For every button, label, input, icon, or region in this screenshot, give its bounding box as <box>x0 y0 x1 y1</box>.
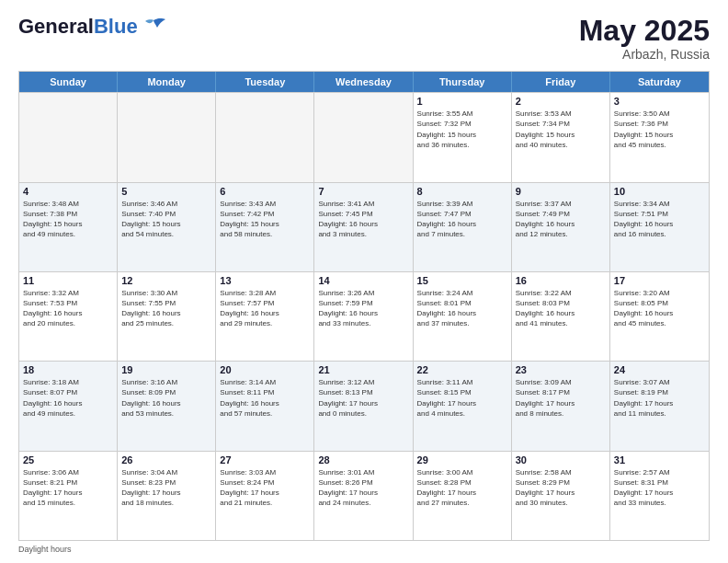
day-info: Sunrise: 3:46 AM Sunset: 7:40 PM Dayligh… <box>121 199 211 240</box>
cal-cell-day-17: 17Sunrise: 3:20 AM Sunset: 8:05 PM Dayli… <box>610 272 709 361</box>
cal-cell-day-9: 9Sunrise: 3:37 AM Sunset: 7:49 PM Daylig… <box>512 183 610 271</box>
day-number: 30 <box>516 454 606 465</box>
cal-cell-day-28: 28Sunrise: 3:01 AM Sunset: 8:26 PM Dayli… <box>314 452 413 540</box>
day-info: Sunrise: 3:39 AM Sunset: 7:47 PM Dayligh… <box>417 199 507 240</box>
cal-cell-empty <box>19 93 118 181</box>
day-number: 31 <box>614 454 705 465</box>
cal-cell-day-2: 2Sunrise: 3:53 AM Sunset: 7:34 PM Daylig… <box>512 93 610 181</box>
day-number: 11 <box>23 275 113 286</box>
logo: GeneralBlue <box>18 15 166 39</box>
day-info: Sunrise: 3:18 AM Sunset: 8:07 PM Dayligh… <box>23 377 113 419</box>
location: Arbazh, Russia <box>579 47 710 62</box>
day-number: 12 <box>121 275 211 286</box>
day-info: Sunrise: 3:22 AM Sunset: 8:03 PM Dayligh… <box>516 288 606 329</box>
day-number: 10 <box>614 186 705 197</box>
day-number: 4 <box>23 186 113 197</box>
day-info: Sunrise: 3:20 AM Sunset: 8:05 PM Dayligh… <box>614 288 705 329</box>
cal-cell-empty <box>314 93 413 181</box>
day-number: 5 <box>121 186 211 197</box>
calendar-body: 1Sunrise: 3:55 AM Sunset: 7:32 PM Daylig… <box>19 92 709 540</box>
cal-row-1: 1Sunrise: 3:55 AM Sunset: 7:32 PM Daylig… <box>19 92 709 181</box>
day-info: Sunrise: 3:53 AM Sunset: 7:34 PM Dayligh… <box>516 109 606 150</box>
cal-cell-day-1: 1Sunrise: 3:55 AM Sunset: 7:32 PM Daylig… <box>414 93 512 181</box>
day-info: Sunrise: 3:09 AM Sunset: 8:17 PM Dayligh… <box>516 377 606 419</box>
cal-cell-day-10: 10Sunrise: 3:34 AM Sunset: 7:51 PM Dayli… <box>610 183 709 271</box>
cal-cell-empty <box>216 93 314 181</box>
day-number: 20 <box>220 364 310 375</box>
day-number: 9 <box>516 186 606 197</box>
day-info: Sunrise: 3:04 AM Sunset: 8:23 PM Dayligh… <box>121 467 211 509</box>
day-number: 18 <box>23 364 113 375</box>
cal-cell-day-29: 29Sunrise: 3:00 AM Sunset: 8:28 PM Dayli… <box>414 452 512 540</box>
col-monday: Monday <box>118 72 216 92</box>
day-info: Sunrise: 3:16 AM Sunset: 8:09 PM Dayligh… <box>121 377 211 419</box>
footer-note: Daylight hours <box>18 545 710 554</box>
cal-row-2: 4Sunrise: 3:48 AM Sunset: 7:38 PM Daylig… <box>19 182 709 271</box>
page: GeneralBlue May 2025 Arbazh, Russia Sund… <box>0 0 728 563</box>
cal-cell-day-5: 5Sunrise: 3:46 AM Sunset: 7:40 PM Daylig… <box>118 183 216 271</box>
day-number: 2 <box>516 96 606 107</box>
day-info: Sunrise: 3:12 AM Sunset: 8:13 PM Dayligh… <box>318 377 408 419</box>
daylight-hours-label: Daylight hours <box>18 545 72 554</box>
col-sunday: Sunday <box>19 72 118 92</box>
logo-bird-icon <box>141 17 166 37</box>
day-info: Sunrise: 3:48 AM Sunset: 7:38 PM Dayligh… <box>23 199 113 240</box>
cal-cell-day-27: 27Sunrise: 3:03 AM Sunset: 8:24 PM Dayli… <box>216 452 314 540</box>
day-info: Sunrise: 3:26 AM Sunset: 7:59 PM Dayligh… <box>318 288 408 329</box>
cal-row-4: 18Sunrise: 3:18 AM Sunset: 8:07 PM Dayli… <box>19 361 709 450</box>
day-number: 19 <box>121 364 211 375</box>
day-number: 16 <box>516 275 606 286</box>
day-number: 29 <box>417 454 507 465</box>
cal-cell-empty <box>118 93 216 181</box>
cal-cell-day-19: 19Sunrise: 3:16 AM Sunset: 8:09 PM Dayli… <box>118 362 216 450</box>
header: GeneralBlue May 2025 Arbazh, Russia <box>18 15 710 62</box>
day-info: Sunrise: 3:01 AM Sunset: 8:26 PM Dayligh… <box>318 467 408 509</box>
day-info: Sunrise: 3:14 AM Sunset: 8:11 PM Dayligh… <box>220 377 310 419</box>
day-info: Sunrise: 3:55 AM Sunset: 7:32 PM Dayligh… <box>417 109 507 150</box>
day-info: Sunrise: 3:41 AM Sunset: 7:45 PM Dayligh… <box>318 199 408 240</box>
day-info: Sunrise: 3:07 AM Sunset: 8:19 PM Dayligh… <box>614 377 705 419</box>
day-info: Sunrise: 3:30 AM Sunset: 7:55 PM Dayligh… <box>121 288 211 329</box>
calendar: Sunday Monday Tuesday Wednesday Thursday… <box>18 71 710 541</box>
day-number: 22 <box>417 364 507 375</box>
cal-cell-day-20: 20Sunrise: 3:14 AM Sunset: 8:11 PM Dayli… <box>216 362 314 450</box>
cal-cell-day-22: 22Sunrise: 3:11 AM Sunset: 8:15 PM Dayli… <box>414 362 512 450</box>
day-info: Sunrise: 3:28 AM Sunset: 7:57 PM Dayligh… <box>220 288 310 329</box>
day-number: 27 <box>220 454 310 465</box>
day-number: 15 <box>417 275 507 286</box>
cal-cell-day-18: 18Sunrise: 3:18 AM Sunset: 8:07 PM Dayli… <box>19 362 118 450</box>
day-number: 28 <box>318 454 408 465</box>
day-number: 24 <box>614 364 705 375</box>
cal-cell-day-15: 15Sunrise: 3:24 AM Sunset: 8:01 PM Dayli… <box>414 272 512 361</box>
cal-row-3: 11Sunrise: 3:32 AM Sunset: 7:53 PM Dayli… <box>19 271 709 361</box>
cal-cell-day-26: 26Sunrise: 3:04 AM Sunset: 8:23 PM Dayli… <box>118 452 216 540</box>
logo-block: GeneralBlue <box>18 15 166 39</box>
cal-cell-day-21: 21Sunrise: 3:12 AM Sunset: 8:13 PM Dayli… <box>314 362 413 450</box>
cal-cell-day-4: 4Sunrise: 3:48 AM Sunset: 7:38 PM Daylig… <box>19 183 118 271</box>
cal-cell-day-24: 24Sunrise: 3:07 AM Sunset: 8:19 PM Dayli… <box>610 362 709 450</box>
cal-cell-day-16: 16Sunrise: 3:22 AM Sunset: 8:03 PM Dayli… <box>512 272 610 361</box>
day-info: Sunrise: 3:43 AM Sunset: 7:42 PM Dayligh… <box>220 199 310 240</box>
day-number: 21 <box>318 364 408 375</box>
day-number: 13 <box>220 275 310 286</box>
day-info: Sunrise: 3:50 AM Sunset: 7:36 PM Dayligh… <box>614 109 705 150</box>
day-info: Sunrise: 3:24 AM Sunset: 8:01 PM Dayligh… <box>417 288 507 329</box>
day-number: 14 <box>318 275 408 286</box>
calendar-header: Sunday Monday Tuesday Wednesday Thursday… <box>19 72 709 92</box>
cal-cell-day-30: 30Sunrise: 2:58 AM Sunset: 8:29 PM Dayli… <box>512 452 610 540</box>
day-info: Sunrise: 3:32 AM Sunset: 7:53 PM Dayligh… <box>23 288 113 329</box>
cal-row-5: 25Sunrise: 3:06 AM Sunset: 8:21 PM Dayli… <box>19 451 709 540</box>
cal-cell-day-11: 11Sunrise: 3:32 AM Sunset: 7:53 PM Dayli… <box>19 272 118 361</box>
cal-cell-day-12: 12Sunrise: 3:30 AM Sunset: 7:55 PM Dayli… <box>118 272 216 361</box>
day-info: Sunrise: 2:58 AM Sunset: 8:29 PM Dayligh… <box>516 467 606 509</box>
cal-cell-day-31: 31Sunrise: 2:57 AM Sunset: 8:31 PM Dayli… <box>610 452 709 540</box>
day-info: Sunrise: 2:57 AM Sunset: 8:31 PM Dayligh… <box>614 467 705 509</box>
logo-text: GeneralBlue <box>18 15 138 39</box>
day-info: Sunrise: 3:34 AM Sunset: 7:51 PM Dayligh… <box>614 199 705 240</box>
cal-cell-day-6: 6Sunrise: 3:43 AM Sunset: 7:42 PM Daylig… <box>216 183 314 271</box>
day-info: Sunrise: 3:00 AM Sunset: 8:28 PM Dayligh… <box>417 467 507 509</box>
cal-cell-day-8: 8Sunrise: 3:39 AM Sunset: 7:47 PM Daylig… <box>414 183 512 271</box>
day-number: 17 <box>614 275 705 286</box>
logo-general: General <box>18 15 94 38</box>
day-number: 25 <box>23 454 113 465</box>
